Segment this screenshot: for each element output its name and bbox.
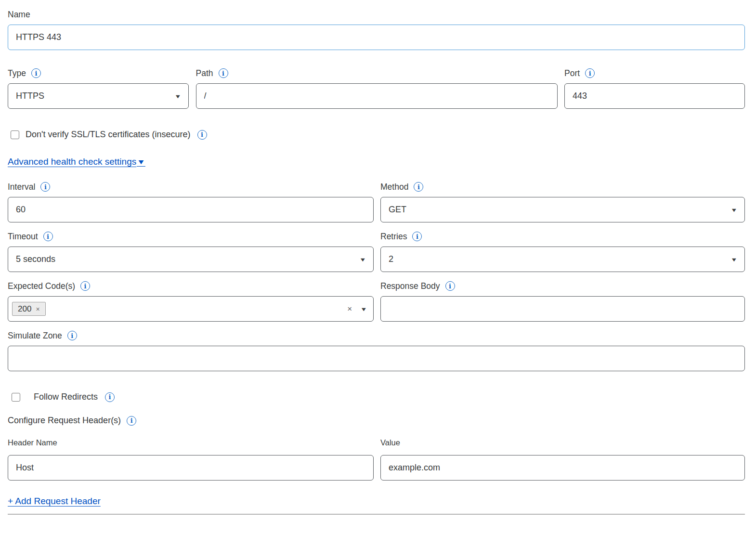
request-headers-section-title: Configure Request Header(s) i: [8, 416, 745, 426]
expected-code-tag-value: 200: [18, 305, 31, 313]
section-divider: [8, 514, 745, 515]
retries-select-value: 2: [389, 254, 393, 264]
chevron-down-icon: ▼: [174, 93, 182, 99]
path-input[interactable]: [196, 83, 558, 109]
timeout-select-value: 5 seconds: [16, 254, 55, 264]
method-select[interactable]: GET ▼: [380, 197, 745, 222]
simulate-zone-info-icon[interactable]: i: [67, 331, 77, 340]
retries-field: Retries i 2 ▼: [380, 231, 745, 272]
clear-icon[interactable]: ×: [347, 305, 352, 313]
port-field: Port i: [564, 68, 745, 109]
header-value-field: Value: [380, 438, 745, 481]
timeout-field: Timeout i 5 seconds ▼: [8, 231, 374, 272]
health-check-form: Name Type i HTTPS ▼ Path i Port i: [8, 0, 745, 515]
timeout-label: Timeout i: [8, 231, 374, 242]
retries-label-text: Retries: [380, 231, 407, 242]
add-request-header-link[interactable]: + Add Request Header: [8, 496, 101, 507]
type-info-icon[interactable]: i: [31, 68, 41, 78]
advanced-settings-link-text: Advanced health check settings: [8, 156, 136, 167]
codes-body-row: Expected Code(s) i 200 × × ▼ Response Bo…: [8, 281, 745, 322]
type-select[interactable]: HTTPS ▼: [8, 83, 189, 109]
simulate-zone-label-text: Simulate Zone: [8, 330, 62, 341]
header-name-input[interactable]: [8, 455, 374, 481]
method-select-value: GET: [389, 205, 406, 215]
name-label: Name: [8, 9, 745, 20]
type-select-value: HTTPS: [16, 91, 44, 101]
interval-label: Interval i: [8, 182, 374, 192]
path-label: Path i: [196, 68, 558, 78]
expected-codes-field: Expected Code(s) i 200 × × ▼: [8, 281, 374, 322]
advanced-settings-row: Advanced health check settings▼: [8, 156, 745, 167]
type-label: Type i: [8, 68, 189, 78]
request-header-row: Header Name Value: [8, 438, 745, 481]
response-body-label-text: Response Body: [380, 281, 440, 291]
follow-redirects-info-icon[interactable]: i: [105, 392, 115, 402]
request-headers-info-icon[interactable]: i: [127, 416, 136, 426]
method-label-text: Method: [380, 182, 408, 192]
port-input[interactable]: [564, 83, 745, 109]
path-field: Path i: [196, 68, 558, 109]
expected-codes-label-text: Expected Code(s): [8, 281, 75, 291]
chevron-down-icon[interactable]: ▼: [360, 306, 367, 312]
simulate-zone-input[interactable]: [8, 346, 745, 371]
interval-info-icon[interactable]: i: [40, 182, 50, 192]
header-name-field: Header Name: [8, 438, 374, 481]
method-field: Method i GET ▼: [380, 182, 745, 222]
method-label: Method i: [380, 182, 745, 192]
port-label: Port i: [564, 68, 745, 78]
type-field: Type i HTTPS ▼: [8, 68, 189, 109]
expected-codes-multiselect[interactable]: 200 × × ▼: [8, 296, 374, 322]
timeout-info-icon[interactable]: i: [43, 232, 53, 241]
request-headers-title-text: Configure Request Header(s): [8, 416, 121, 426]
multiselect-controls: × ▼: [347, 305, 366, 313]
timeout-label-text: Timeout: [8, 231, 38, 242]
port-info-icon[interactable]: i: [585, 68, 595, 78]
verify-ssl-label: Don't verify SSL/TLS certificates (insec…: [26, 130, 191, 140]
type-label-text: Type: [8, 68, 26, 78]
simulate-zone-label: Simulate Zone i: [8, 330, 745, 341]
retries-select[interactable]: 2 ▼: [380, 247, 745, 272]
verify-ssl-checkbox[interactable]: [11, 130, 19, 139]
follow-redirects-label: Follow Redirects: [34, 392, 98, 402]
timeout-retries-row: Timeout i 5 seconds ▼ Retries i 2 ▼: [8, 231, 745, 272]
verify-ssl-row: Don't verify SSL/TLS certificates (insec…: [8, 130, 745, 140]
header-value-column-label: Value: [380, 438, 745, 447]
retries-info-icon[interactable]: i: [412, 232, 422, 241]
retries-label: Retries i: [380, 231, 745, 242]
path-info-icon[interactable]: i: [219, 68, 228, 78]
name-label-text: Name: [8, 9, 30, 20]
advanced-settings-link[interactable]: Advanced health check settings▼: [8, 156, 144, 167]
name-input[interactable]: [8, 25, 745, 50]
expected-codes-info-icon[interactable]: i: [80, 281, 90, 291]
header-name-column-label: Header Name: [8, 438, 374, 447]
interval-method-row: Interval i Method i GET ▼: [8, 182, 745, 222]
follow-redirects-row: Follow Redirects i: [8, 392, 745, 402]
interval-input[interactable]: [8, 197, 374, 222]
chevron-down-icon: ▼: [359, 257, 366, 262]
type-path-port-row: Type i HTTPS ▼ Path i Port i: [8, 68, 745, 109]
chevron-down-icon: ▼: [730, 257, 738, 262]
method-info-icon[interactable]: i: [414, 182, 423, 192]
response-body-info-icon[interactable]: i: [445, 281, 455, 291]
header-value-input[interactable]: [380, 455, 745, 481]
expected-code-tag: 200 ×: [12, 302, 46, 316]
caret-down-icon: ▼: [137, 158, 145, 166]
simulate-zone-field: Simulate Zone i: [8, 330, 745, 371]
tag-remove-icon[interactable]: ×: [36, 306, 39, 312]
response-body-field: Response Body i: [380, 281, 745, 322]
expected-codes-label: Expected Code(s) i: [8, 281, 374, 291]
timeout-select[interactable]: 5 seconds ▼: [8, 247, 374, 272]
verify-ssl-info-icon[interactable]: i: [197, 130, 207, 140]
interval-label-text: Interval: [8, 182, 35, 192]
chevron-down-icon: ▼: [730, 207, 738, 213]
add-header-row: + Add Request Header: [8, 496, 745, 507]
path-label-text: Path: [196, 68, 213, 78]
response-body-label: Response Body i: [380, 281, 745, 291]
port-label-text: Port: [564, 68, 580, 78]
response-body-input[interactable]: [380, 296, 745, 322]
interval-field: Interval i: [8, 182, 374, 222]
follow-redirects-checkbox[interactable]: [12, 393, 20, 402]
